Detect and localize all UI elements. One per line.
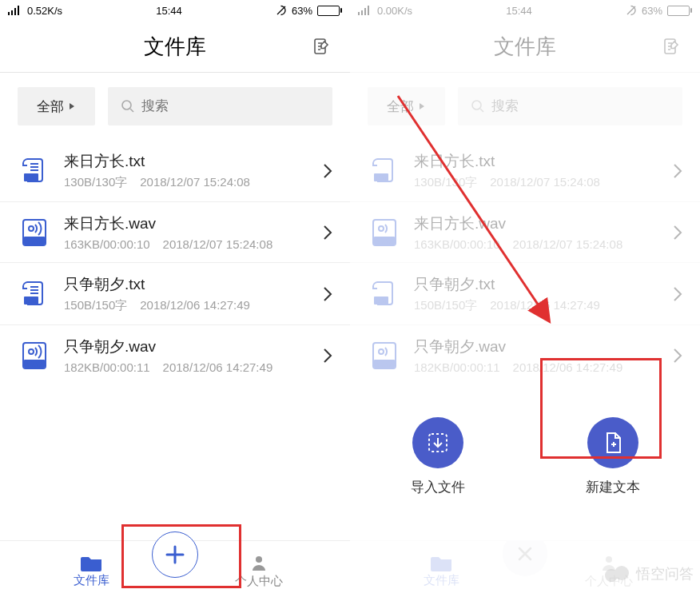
close-icon [515, 544, 535, 563]
file-row[interactable]: WAV 只争朝夕.wav 182KB/00:00:11 2018/12/06 1… [0, 325, 350, 385]
nav-library[interactable]: 文件库 [358, 554, 525, 588]
edit-icon[interactable] [662, 37, 681, 56]
svg-rect-32 [368, 6, 369, 15]
file-name: 来日方长.wav [414, 213, 660, 234]
file-row[interactable]: WAV 来日方长.wav 163KB/00:00:102018/12/07 15… [350, 202, 700, 263]
folder-icon [431, 554, 453, 571]
file-size: 182KB/00:00:11 [64, 360, 150, 374]
svg-rect-3 [18, 6, 19, 15]
chevron-right-icon [323, 286, 332, 302]
page-title: 文件库 [144, 33, 206, 61]
file-row[interactable]: TXT 只争朝夕.txt 150B/150字2018/12/06 14:27:4… [350, 263, 700, 325]
download-icon [425, 430, 451, 456]
page-title: 文件库 [494, 33, 556, 61]
status-time: 15:44 [156, 5, 182, 17]
chevron-right-icon [673, 286, 682, 302]
file-size: 150B/150字 [64, 298, 127, 313]
svg-text:WAV: WAV [28, 238, 41, 244]
svg-point-58 [614, 566, 629, 580]
svg-point-46 [379, 349, 384, 354]
nav-library-label: 文件库 [424, 573, 459, 588]
file-row[interactable]: TXT 只争朝夕.txt 150B/150字 2018/12/06 14:27:… [0, 263, 350, 325]
chevron-right-icon [673, 163, 682, 179]
mute-icon [626, 5, 637, 16]
fab-add[interactable] [152, 531, 198, 578]
svg-rect-29 [358, 12, 360, 15]
svg-point-35 [472, 101, 481, 109]
search-icon [471, 99, 485, 113]
title-bar: 文件库 [0, 21, 350, 72]
svg-text:TXT: TXT [376, 175, 387, 181]
filter-row: 全部 [350, 73, 700, 140]
wav-file-icon: WAV [368, 216, 401, 249]
status-time: 15:44 [506, 5, 532, 17]
file-name: 只争朝夕.txt [414, 274, 660, 295]
file-date: 2018/12/07 15:24:08 [490, 175, 600, 190]
search-input[interactable] [491, 98, 670, 114]
file-size: 130B/130字 [414, 175, 477, 190]
signal-icon [8, 6, 22, 15]
search-box[interactable] [458, 87, 682, 125]
txt-file-icon: TXT [18, 277, 51, 311]
svg-point-23 [29, 349, 34, 354]
file-name: 来日方长.wav [64, 213, 310, 234]
filter-button[interactable]: 全部 [18, 87, 95, 125]
file-row[interactable]: TXT 来日方长.txt 130B/130字 2018/12/07 15:24:… [0, 140, 350, 202]
svg-point-51 [606, 556, 612, 563]
svg-text:WAV: WAV [28, 361, 41, 367]
nav-profile[interactable]: 个人中心 [175, 553, 342, 589]
filter-chevron-icon [419, 102, 426, 110]
file-date: 2018/12/06 14:27:49 [163, 360, 273, 374]
svg-rect-0 [8, 12, 10, 15]
search-input[interactable] [141, 98, 320, 114]
txt-file-icon: TXT [368, 277, 401, 311]
filter-row: 全部 [0, 73, 350, 140]
file-size: 150B/150字 [414, 298, 477, 313]
file-name: 只争朝夕.wav [414, 336, 660, 357]
watermark: 悟空问答 [604, 564, 694, 583]
svg-text:TXT: TXT [376, 298, 387, 304]
file-name: 只争朝夕.txt [64, 274, 310, 295]
phone-right: 0.00K/s 15:44 63% 文件库 全部 [350, 0, 700, 601]
person-icon [249, 553, 268, 572]
svg-text:WAV: WAV [378, 361, 391, 367]
signal-icon [358, 6, 372, 15]
chevron-right-icon [673, 348, 682, 364]
file-date: 2018/12/07 15:24:08 [163, 237, 273, 251]
file-row[interactable]: WAV 来日方长.wav 163KB/00:00:10 2018/12/07 1… [0, 202, 350, 263]
nav-profile-label: 个人中心 [235, 574, 283, 589]
file-date: 2018/12/06 14:27:49 [513, 360, 623, 374]
folder-icon [81, 554, 103, 571]
file-row[interactable]: WAV 只争朝夕.wav 182KB/00:00:112018/12/06 14… [350, 325, 700, 385]
new-file-icon [600, 430, 626, 456]
svg-rect-2 [14, 8, 16, 15]
file-size: 163KB/00:00:10 [414, 237, 500, 251]
svg-line-36 [480, 109, 483, 112]
nav-library[interactable]: 文件库 [8, 554, 175, 588]
search-box[interactable] [108, 87, 332, 125]
wav-file-icon: WAV [18, 339, 51, 372]
status-bar: 0.52K/s 15:44 63% [0, 0, 350, 21]
filter-chevron-icon [69, 102, 76, 110]
file-date: 2018/12/07 15:24:08 [140, 175, 250, 190]
svg-text:WAV: WAV [378, 238, 391, 244]
filter-button[interactable]: 全部 [368, 87, 445, 125]
txt-file-icon: TXT [18, 154, 51, 188]
battery-icon [317, 6, 342, 16]
file-size: 163KB/00:00:10 [64, 237, 150, 251]
file-date: 2018/12/06 14:27:49 [140, 298, 250, 313]
wav-file-icon: WAV [368, 339, 401, 372]
file-row[interactable]: TXT 来日方长.txt 130B/130字2018/12/07 15:24:0… [350, 140, 700, 202]
chevron-right-icon [323, 348, 332, 364]
svg-rect-30 [361, 10, 363, 15]
nav-library-label: 文件库 [74, 573, 109, 588]
svg-line-7 [130, 109, 133, 112]
edit-icon[interactable] [312, 37, 331, 56]
bottom-nav: 文件库 个人中心 [0, 540, 350, 601]
battery-pct: 63% [292, 5, 312, 17]
svg-point-28 [256, 556, 262, 563]
action-import[interactable]: 导入文件 [411, 417, 465, 540]
action-new-text[interactable]: 新建文本 [586, 417, 640, 540]
file-list: TXT 来日方长.txt 130B/130字 2018/12/07 15:24:… [0, 140, 350, 540]
wav-file-icon: WAV [18, 216, 51, 249]
